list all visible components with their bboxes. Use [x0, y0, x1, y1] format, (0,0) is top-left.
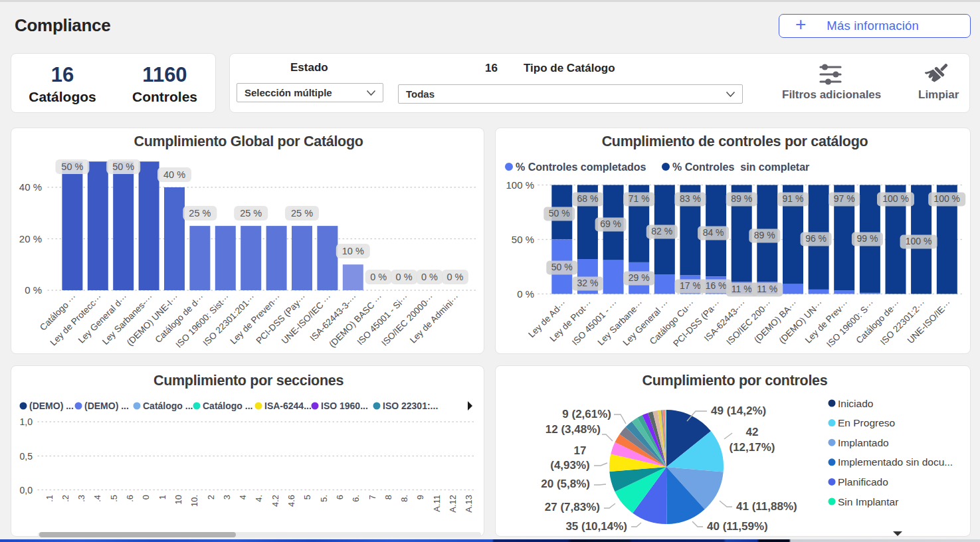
svg-text:82 %: 82 % — [651, 226, 672, 236]
svg-text:10.: 10. — [189, 495, 199, 507]
svg-text:10: 10 — [173, 495, 183, 504]
svg-text:Ley General ···: Ley General ··· — [621, 298, 671, 348]
svg-text:32 %: 32 % — [577, 278, 598, 288]
svg-text:50 %: 50 % — [549, 208, 570, 219]
svg-text:10 %: 10 % — [342, 246, 364, 256]
svg-text:96 %: 96 % — [805, 233, 827, 244]
svg-text:Sin Implantar: Sin Implantar — [838, 496, 898, 507]
svg-text:A.11: A.11 — [432, 495, 442, 512]
svg-text:16 %: 16 % — [706, 280, 727, 291]
svg-text:89 %: 89 % — [754, 230, 775, 240]
svg-text:ISA-6244...: ISA-6244... — [264, 401, 312, 411]
svg-text:6.: 6. — [351, 495, 361, 502]
svg-text:Cumplimiento de controles por: Cumplimiento de controles por catálogo — [602, 134, 868, 149]
svg-text:12 (3,48%): 12 (3,48%) — [545, 423, 601, 436]
svg-text:20 %: 20 % — [19, 233, 42, 244]
svg-text:0 %: 0 % — [421, 272, 438, 282]
svg-text:4.6: 4.6 — [286, 495, 296, 507]
svg-text:0 %: 0 % — [25, 284, 42, 296]
svg-text:40 %: 40 % — [19, 181, 42, 193]
svg-text:17 %: 17 % — [680, 280, 701, 291]
svg-text:(DEMO) ...: (DEMO) ... — [84, 401, 129, 411]
svg-text:8: 8 — [383, 495, 393, 499]
svg-text:0 %: 0 % — [446, 272, 463, 282]
svg-text:9: 9 — [415, 495, 425, 499]
svg-text:6: 6 — [335, 495, 345, 499]
svg-text:40 (11,59%): 40 (11,59%) — [707, 520, 768, 533]
svg-text:0,5: 0,5 — [20, 451, 33, 462]
svg-text:50 %: 50 % — [512, 234, 534, 245]
svg-text:4: 4 — [238, 495, 248, 499]
svg-text:ISO 22301:2···: ISO 22301:2··· — [878, 298, 928, 347]
svg-text:A.12: A.12 — [448, 495, 458, 513]
svg-text:11 %: 11 % — [757, 284, 777, 294]
svg-text:(4,93%): (4,93%) — [550, 459, 590, 472]
svg-text:.3: .3 — [76, 495, 86, 502]
svg-text:5: 5 — [302, 495, 312, 499]
svg-text:25 %: 25 % — [189, 208, 211, 219]
svg-text:ISO 45001 - ···: ISO 45001 - ··· — [570, 298, 619, 347]
svg-text:27 (7,83%): 27 (7,83%) — [545, 501, 600, 513]
svg-text:50 %: 50 % — [61, 161, 83, 172]
svg-text:91 %: 91 % — [783, 193, 804, 204]
svg-text:.5: .5 — [109, 495, 119, 502]
svg-text:83 %: 83 % — [680, 193, 701, 204]
svg-text:4.2: 4.2 — [270, 495, 280, 507]
svg-text:1,0: 1,0 — [20, 416, 33, 427]
svg-text:8.: 8. — [399, 495, 409, 502]
svg-text:Iniciado: Iniciado — [838, 398, 873, 409]
svg-text:ISO 22301:...: ISO 22301:... — [383, 401, 438, 411]
svg-text:0: 0 — [141, 495, 151, 499]
svg-text:.6: .6 — [125, 495, 135, 502]
svg-text:71 %: 71 % — [629, 193, 650, 204]
svg-text:17: 17 — [574, 444, 587, 457]
svg-text:5.: 5. — [319, 495, 329, 502]
svg-text:ISO 1960...: ISO 1960... — [321, 401, 368, 411]
svg-text:.1: .1 — [45, 495, 54, 502]
svg-text:97 %: 97 % — [834, 193, 855, 204]
svg-text:(12,17%): (12,17%) — [730, 441, 775, 454]
svg-text:50 %: 50 % — [551, 262, 573, 272]
svg-text:0,0: 0,0 — [20, 485, 33, 496]
svg-text:100 %: 100 % — [933, 193, 960, 204]
svg-text:49 (14,2%): 49 (14,2%) — [711, 405, 766, 417]
svg-text:40 %: 40 % — [163, 169, 185, 180]
svg-text:100 %: 100 % — [882, 193, 909, 204]
svg-text:0 %: 0 % — [517, 288, 534, 300]
svg-text:Cumplimiento Global por Catálo: Cumplimiento Global por Catálogo — [134, 134, 363, 149]
svg-text:20 (5,8%): 20 (5,8%) — [541, 478, 590, 490]
svg-text:Implantado: Implantado — [838, 437, 889, 448]
svg-text:11 %: 11 % — [732, 284, 752, 294]
svg-text:Ley Sarbane···: Ley Sarbane··· — [596, 298, 645, 347]
svg-text:1: 1 — [157, 495, 167, 499]
svg-text:25 %: 25 % — [240, 208, 262, 219]
svg-text:89 %: 89 % — [731, 193, 752, 204]
svg-text:0 %: 0 % — [396, 272, 413, 282]
svg-text:ISO/IEC 200···: ISO/IEC 200··· — [724, 298, 773, 347]
svg-text:42: 42 — [746, 426, 759, 438]
svg-text:29 %: 29 % — [629, 272, 650, 283]
svg-text:.2: .2 — [60, 495, 70, 502]
svg-text:0 %: 0 % — [370, 272, 387, 282]
svg-text:% Controles sin completar: % Controles sin completar — [672, 161, 809, 173]
svg-text:Planificado: Planificado — [838, 476, 888, 488]
svg-text:50 %: 50 % — [112, 161, 134, 172]
svg-text:A.13: A.13 — [464, 495, 474, 513]
svg-text:35 (10,14%): 35 (10,14%) — [565, 520, 627, 533]
svg-text:Catálogo Cu···: Catálogo Cu··· — [648, 298, 696, 347]
svg-text:En Progreso: En Progreso — [838, 417, 895, 428]
svg-text:Implementado sin docu...: Implementado sin docu... — [838, 456, 953, 468]
svg-text:.4: .4 — [92, 495, 102, 502]
svg-text:41 (11,88%): 41 (11,88%) — [736, 500, 797, 513]
svg-text:2: 2 — [206, 495, 216, 499]
svg-text:68 %: 68 % — [577, 193, 598, 204]
svg-text:Cumplimiento por secciones: Cumplimiento por secciones — [153, 373, 343, 389]
svg-text:Cumplimiento por controles: Cumplimiento por controles — [642, 373, 828, 389]
svg-text:3: 3 — [222, 495, 232, 499]
svg-text:4.: 4. — [254, 495, 264, 502]
svg-text:% Controles completados: % Controles completados — [516, 161, 646, 173]
svg-text:25 %: 25 % — [291, 208, 313, 219]
svg-text:(DEMO) ...: (DEMO) ... — [29, 401, 74, 411]
svg-text:69 %: 69 % — [600, 219, 621, 229]
svg-text:Catálogo ...: Catálogo ... — [203, 401, 252, 411]
